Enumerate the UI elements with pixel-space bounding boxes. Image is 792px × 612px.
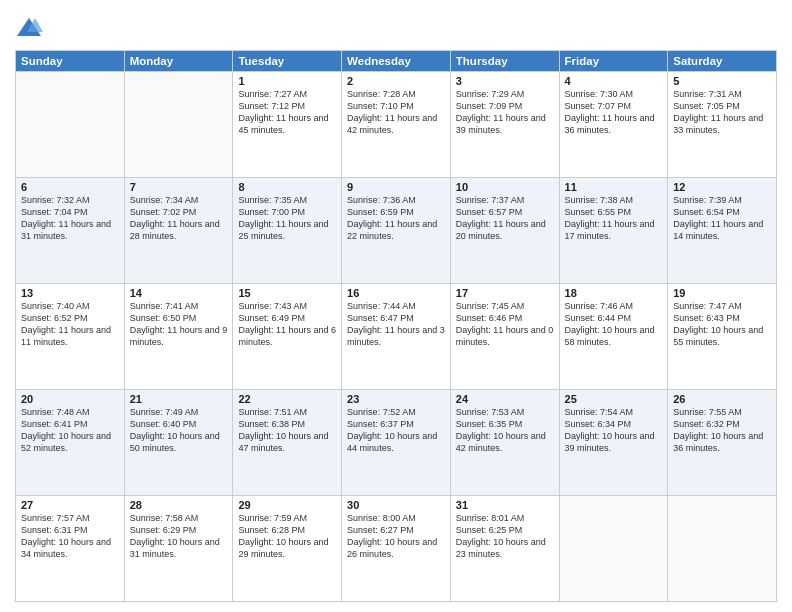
day-info: Sunrise: 7:39 AMSunset: 6:54 PMDaylight:…	[673, 194, 771, 243]
day-number: 23	[347, 393, 445, 405]
calendar-cell: 14Sunrise: 7:41 AMSunset: 6:50 PMDayligh…	[124, 284, 233, 390]
day-number: 8	[238, 181, 336, 193]
calendar-cell: 15Sunrise: 7:43 AMSunset: 6:49 PMDayligh…	[233, 284, 342, 390]
calendar-cell: 29Sunrise: 7:59 AMSunset: 6:28 PMDayligh…	[233, 496, 342, 602]
day-info: Sunrise: 7:40 AMSunset: 6:52 PMDaylight:…	[21, 300, 119, 349]
day-number: 9	[347, 181, 445, 193]
calendar-cell: 4Sunrise: 7:30 AMSunset: 7:07 PMDaylight…	[559, 72, 668, 178]
day-info: Sunrise: 7:54 AMSunset: 6:34 PMDaylight:…	[565, 406, 663, 455]
day-info: Sunrise: 8:00 AMSunset: 6:27 PMDaylight:…	[347, 512, 445, 561]
day-number: 21	[130, 393, 228, 405]
calendar-cell: 20Sunrise: 7:48 AMSunset: 6:41 PMDayligh…	[16, 390, 125, 496]
day-info: Sunrise: 7:35 AMSunset: 7:00 PMDaylight:…	[238, 194, 336, 243]
calendar-cell: 27Sunrise: 7:57 AMSunset: 6:31 PMDayligh…	[16, 496, 125, 602]
calendar-cell: 11Sunrise: 7:38 AMSunset: 6:55 PMDayligh…	[559, 178, 668, 284]
day-number: 26	[673, 393, 771, 405]
day-number: 28	[130, 499, 228, 511]
day-number: 17	[456, 287, 554, 299]
day-number: 22	[238, 393, 336, 405]
week-row-1: 1Sunrise: 7:27 AMSunset: 7:12 PMDaylight…	[16, 72, 777, 178]
day-info: Sunrise: 7:52 AMSunset: 6:37 PMDaylight:…	[347, 406, 445, 455]
day-number: 11	[565, 181, 663, 193]
day-number: 2	[347, 75, 445, 87]
day-info: Sunrise: 7:57 AMSunset: 6:31 PMDaylight:…	[21, 512, 119, 561]
calendar-cell: 2Sunrise: 7:28 AMSunset: 7:10 PMDaylight…	[342, 72, 451, 178]
day-info: Sunrise: 7:49 AMSunset: 6:40 PMDaylight:…	[130, 406, 228, 455]
day-number: 15	[238, 287, 336, 299]
calendar-cell: 30Sunrise: 8:00 AMSunset: 6:27 PMDayligh…	[342, 496, 451, 602]
day-info: Sunrise: 7:37 AMSunset: 6:57 PMDaylight:…	[456, 194, 554, 243]
day-info: Sunrise: 7:38 AMSunset: 6:55 PMDaylight:…	[565, 194, 663, 243]
day-number: 10	[456, 181, 554, 193]
day-number: 16	[347, 287, 445, 299]
week-row-2: 6Sunrise: 7:32 AMSunset: 7:04 PMDaylight…	[16, 178, 777, 284]
day-info: Sunrise: 8:01 AMSunset: 6:25 PMDaylight:…	[456, 512, 554, 561]
weekday-header-sunday: Sunday	[16, 51, 125, 72]
day-number: 31	[456, 499, 554, 511]
weekday-header-friday: Friday	[559, 51, 668, 72]
day-number: 7	[130, 181, 228, 193]
calendar-cell: 24Sunrise: 7:53 AMSunset: 6:35 PMDayligh…	[450, 390, 559, 496]
weekday-header-thursday: Thursday	[450, 51, 559, 72]
day-info: Sunrise: 7:43 AMSunset: 6:49 PMDaylight:…	[238, 300, 336, 349]
day-info: Sunrise: 7:48 AMSunset: 6:41 PMDaylight:…	[21, 406, 119, 455]
day-number: 3	[456, 75, 554, 87]
week-row-3: 13Sunrise: 7:40 AMSunset: 6:52 PMDayligh…	[16, 284, 777, 390]
calendar-cell: 23Sunrise: 7:52 AMSunset: 6:37 PMDayligh…	[342, 390, 451, 496]
day-number: 29	[238, 499, 336, 511]
calendar-cell: 9Sunrise: 7:36 AMSunset: 6:59 PMDaylight…	[342, 178, 451, 284]
day-number: 30	[347, 499, 445, 511]
day-number: 18	[565, 287, 663, 299]
day-info: Sunrise: 7:45 AMSunset: 6:46 PMDaylight:…	[456, 300, 554, 349]
day-number: 14	[130, 287, 228, 299]
calendar-cell: 6Sunrise: 7:32 AMSunset: 7:04 PMDaylight…	[16, 178, 125, 284]
calendar-cell	[16, 72, 125, 178]
day-info: Sunrise: 7:30 AMSunset: 7:07 PMDaylight:…	[565, 88, 663, 137]
calendar-table: SundayMondayTuesdayWednesdayThursdayFrid…	[15, 50, 777, 602]
weekday-header-saturday: Saturday	[668, 51, 777, 72]
day-number: 20	[21, 393, 119, 405]
weekday-header-tuesday: Tuesday	[233, 51, 342, 72]
weekday-header-row: SundayMondayTuesdayWednesdayThursdayFrid…	[16, 51, 777, 72]
calendar-cell: 22Sunrise: 7:51 AMSunset: 6:38 PMDayligh…	[233, 390, 342, 496]
day-number: 19	[673, 287, 771, 299]
day-info: Sunrise: 7:53 AMSunset: 6:35 PMDaylight:…	[456, 406, 554, 455]
day-number: 13	[21, 287, 119, 299]
day-info: Sunrise: 7:47 AMSunset: 6:43 PMDaylight:…	[673, 300, 771, 349]
day-info: Sunrise: 7:32 AMSunset: 7:04 PMDaylight:…	[21, 194, 119, 243]
calendar-cell: 8Sunrise: 7:35 AMSunset: 7:00 PMDaylight…	[233, 178, 342, 284]
day-info: Sunrise: 7:29 AMSunset: 7:09 PMDaylight:…	[456, 88, 554, 137]
calendar-cell: 21Sunrise: 7:49 AMSunset: 6:40 PMDayligh…	[124, 390, 233, 496]
calendar-cell: 16Sunrise: 7:44 AMSunset: 6:47 PMDayligh…	[342, 284, 451, 390]
calendar-cell: 26Sunrise: 7:55 AMSunset: 6:32 PMDayligh…	[668, 390, 777, 496]
calendar-cell: 13Sunrise: 7:40 AMSunset: 6:52 PMDayligh…	[16, 284, 125, 390]
day-info: Sunrise: 7:46 AMSunset: 6:44 PMDaylight:…	[565, 300, 663, 349]
calendar-cell	[124, 72, 233, 178]
day-info: Sunrise: 7:55 AMSunset: 6:32 PMDaylight:…	[673, 406, 771, 455]
weekday-header-wednesday: Wednesday	[342, 51, 451, 72]
calendar-cell: 19Sunrise: 7:47 AMSunset: 6:43 PMDayligh…	[668, 284, 777, 390]
calendar-cell: 25Sunrise: 7:54 AMSunset: 6:34 PMDayligh…	[559, 390, 668, 496]
day-info: Sunrise: 7:28 AMSunset: 7:10 PMDaylight:…	[347, 88, 445, 137]
logo-icon	[15, 14, 43, 42]
day-number: 24	[456, 393, 554, 405]
day-info: Sunrise: 7:41 AMSunset: 6:50 PMDaylight:…	[130, 300, 228, 349]
calendar-cell: 18Sunrise: 7:46 AMSunset: 6:44 PMDayligh…	[559, 284, 668, 390]
calendar-cell: 7Sunrise: 7:34 AMSunset: 7:02 PMDaylight…	[124, 178, 233, 284]
day-info: Sunrise: 7:58 AMSunset: 6:29 PMDaylight:…	[130, 512, 228, 561]
calendar-cell: 12Sunrise: 7:39 AMSunset: 6:54 PMDayligh…	[668, 178, 777, 284]
day-info: Sunrise: 7:31 AMSunset: 7:05 PMDaylight:…	[673, 88, 771, 137]
day-number: 12	[673, 181, 771, 193]
weekday-header-monday: Monday	[124, 51, 233, 72]
calendar-cell: 31Sunrise: 8:01 AMSunset: 6:25 PMDayligh…	[450, 496, 559, 602]
day-info: Sunrise: 7:36 AMSunset: 6:59 PMDaylight:…	[347, 194, 445, 243]
day-number: 4	[565, 75, 663, 87]
day-info: Sunrise: 7:59 AMSunset: 6:28 PMDaylight:…	[238, 512, 336, 561]
calendar-cell: 17Sunrise: 7:45 AMSunset: 6:46 PMDayligh…	[450, 284, 559, 390]
day-number: 25	[565, 393, 663, 405]
day-info: Sunrise: 7:44 AMSunset: 6:47 PMDaylight:…	[347, 300, 445, 349]
day-info: Sunrise: 7:34 AMSunset: 7:02 PMDaylight:…	[130, 194, 228, 243]
calendar-cell	[559, 496, 668, 602]
calendar-cell: 5Sunrise: 7:31 AMSunset: 7:05 PMDaylight…	[668, 72, 777, 178]
day-number: 5	[673, 75, 771, 87]
